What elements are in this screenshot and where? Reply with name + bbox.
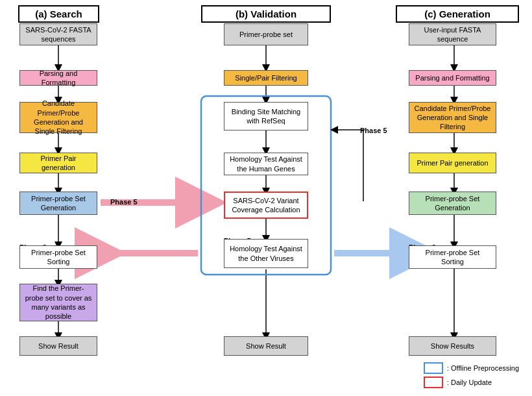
validation-phase3-box: Homology Test Against the Human Genes — [224, 153, 308, 175]
validation-input-box: Primer-probe set — [224, 23, 308, 45]
legend-blue-box — [424, 362, 443, 374]
search-phase4-box: Primer-probe Set Generation — [19, 192, 97, 215]
search-output-box[interactable]: Show Result — [19, 336, 97, 356]
generation-phase2-box: Candidate Primer/Probe Generation and Si… — [409, 102, 496, 133]
validation-output-box[interactable]: Show Result — [224, 336, 308, 356]
header-generation: (c) Generation — [396, 5, 519, 23]
validation-phase2-box: Binding Site Matching with RefSeq — [224, 102, 308, 130]
search-phase1-box: Parsing and Formatting — [19, 70, 97, 86]
legend-blue-label: : Offline Preprocessing — [447, 364, 519, 372]
validation-phase5-right-label: Phase 5 — [360, 127, 387, 134]
generation-phase4-box: Primer-probe Set Generation — [409, 192, 496, 215]
search-phase2-box: Candidate Primer/Probe Generation and Si… — [19, 102, 97, 133]
validation-phase1-box: Single/Pair Filtering — [224, 70, 308, 86]
search-phase6-box: Primer-probe Set Sorting — [19, 245, 97, 269]
generation-output-box[interactable]: Show Results — [409, 336, 496, 356]
validation-phase4-box: SARS-CoV-2 Variant Coverage Calculation — [224, 192, 308, 219]
search-phase5-cross-label: Phase 5 — [110, 198, 138, 206]
search-phase7-box: Find the Primer-probe set to cover as ma… — [19, 284, 97, 321]
header-search: (a) Search — [18, 5, 99, 23]
search-input-box: SARS-CoV-2 FASTA sequences — [19, 23, 97, 45]
validation-phase5-box: Homology Test Against the Other Viruses — [224, 239, 308, 268]
generation-phase6-box: Primer-probe Set Sorting — [409, 245, 496, 269]
legend-red-label: : Daily Update — [447, 378, 492, 386]
header-validation: (b) Validation — [201, 5, 331, 23]
generation-phase1-box: Parsing and Formatting — [409, 70, 496, 86]
search-phase3-box: Primer Pair generation — [19, 153, 97, 173]
generation-phase3-box: Primer Pair generation — [409, 153, 496, 173]
legend: : Offline Preprocessing : Daily Update — [424, 362, 519, 391]
legend-red-box — [424, 377, 443, 388]
generation-input-box: User-input FASTA sequence — [409, 23, 496, 45]
